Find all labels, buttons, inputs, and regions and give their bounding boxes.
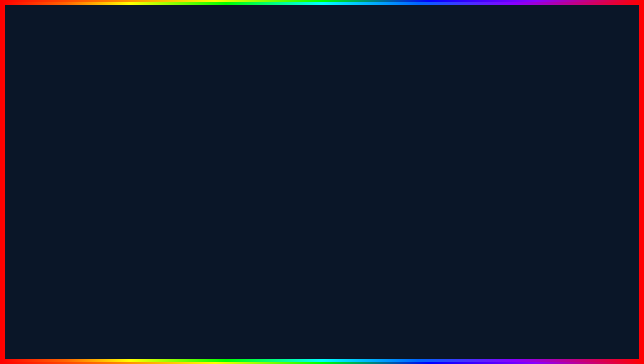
game-card-title: [UPD] Blade Ball [526,172,611,178]
players-icon: 👥 [547,181,552,186]
svg-point-18 [591,105,593,106]
main-title: BLADE BALL [2,12,642,72]
stat-like: 👍 96% [526,181,541,186]
w2-section-keyboard: Keyboard [156,199,262,205]
svg-rect-32 [570,160,575,166]
svg-point-30 [562,148,565,152]
window1-titlebar: XNOX HUB | ZOOX | BLADE BALL − × [96,89,218,99]
svg-point-22 [551,151,555,156]
svg-point-31 [567,142,584,162]
svg-point-15 [531,107,533,108]
fast-parry-text: FAST PARRY [132,128,323,151]
w2-item-spamclick-v1[interactable]: Spam Click V1 C [158,181,260,190]
no-key-badge: NO KEY !! [453,79,539,103]
game-card[interactable]: [UPD] Blade Ball 👍 96% 👥 178.1K [522,99,615,189]
svg-point-17 [552,109,552,109]
bottom-text-section: AUTO FARM SCRIPT PASTEBIN [2,313,642,355]
title-container: BLADE BALL [2,12,642,72]
window1-minimize-btn[interactable]: − [202,92,207,96]
tab-menu[interactable]: 🔧 Menu [99,102,123,109]
w2-section-autoparry-mobilepc: Auto Parry Mobile-Pc [156,161,262,166]
like-percent: 96% [533,181,541,186]
stat-players: 👥 178.1K [547,181,567,186]
w2-autoparry-v3-key: button [243,168,256,174]
w2-item-spamclick-v2[interactable]: Spam Click V2 E [158,190,260,199]
game-card-stats: 👍 96% 👥 178.1K [526,181,611,186]
w2-spamclick-v1-label: Spam Click V1 [162,184,188,188]
w2-spamclick-v2-label: Spam Click V2 [162,193,188,197]
script-pastebin-text: SCRIPT PASTEBIN [328,321,542,348]
window1-title: XNOX HUB | ZOOX | BLADE BALL [100,92,164,96]
svg-rect-25 [570,119,580,127]
main-container: BLADE BALL MOBILE ANDROID✔ CLOSE COMBAT … [0,0,644,364]
w2-spamclick-v1-key: C [249,183,256,188]
svg-rect-8 [445,219,472,236]
svg-point-16 [542,104,543,105]
svg-rect-10 [462,252,482,293]
window1-controls: − × [202,92,214,96]
svg-rect-9 [435,252,455,293]
game-card-image [522,99,615,169]
svg-point-19 [602,110,603,111]
window1-close-btn[interactable]: × [210,92,214,96]
no-key-text: NO KEY !! [461,83,531,99]
w2-autoparry-v2-label: Auto Parry V2 [162,154,187,158]
w2-item-autoparry-v3[interactable]: Auto Parry V3 button [158,167,260,175]
combat-text-overlay: CLOSE COMBAT FAST PARRY [132,106,323,151]
svg-rect-33 [576,160,580,166]
w2-item-autoparry-v2[interactable]: Auto Parry V2 button [158,152,260,161]
players-count: 178.1K [553,181,567,186]
like-icon: 👍 [526,181,531,186]
close-combat-text: CLOSE COMBAT [132,106,323,128]
w2-autoparry-v3-label: Auto Parry V3 [162,169,187,173]
w2-section-spamclick: Spam Click [156,176,262,181]
menu-icon: 🔧 [103,103,108,108]
svg-point-21 [547,147,564,164]
w2-autoparry-v2-key: button [243,154,256,159]
game-card-info: [UPD] Blade Ball 👍 96% 👥 178.1K [522,169,615,189]
w2-spamclick-v2-key: E [249,192,256,197]
auto-farm-text: AUTO FARM [102,313,320,355]
tab-menu-label: Menu [109,104,119,108]
